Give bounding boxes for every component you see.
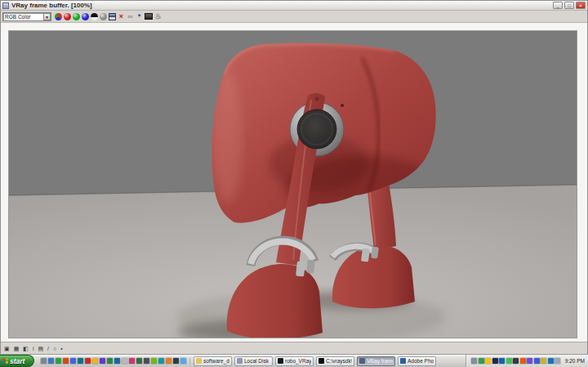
vfb-statusbar: ▣▦◧i▤/○▪	[1, 342, 587, 355]
taskbar-item-vray-frame-buffer[interactable]: VRay frame buff...	[357, 356, 395, 366]
region-render-button[interactable]	[145, 13, 153, 20]
tray-icon-8[interactable]	[520, 358, 526, 364]
task-icon	[359, 358, 365, 364]
vfb-toolbar: RGB Color ▼ ×∞*♨	[1, 11, 587, 23]
blue-channel-button[interactable]	[82, 13, 89, 20]
tray-icon-1[interactable]	[471, 358, 477, 364]
window-controls: _ □ ×	[553, 2, 586, 9]
maximize-button[interactable]: □	[564, 2, 574, 9]
body-screw	[341, 104, 344, 107]
taskbar-clock: 9:20 PM	[565, 358, 585, 365]
task-icon	[318, 358, 324, 364]
quick-launch-icon-18[interactable]	[166, 358, 172, 364]
channel-dropdown-value: RGB Color	[3, 13, 43, 20]
taskbar-item-console[interactable]: C:\vraysdk\bin\v...	[316, 356, 354, 366]
levels-button[interactable]: ▤	[38, 346, 43, 352]
quick-launch-icon-6[interactable]	[78, 358, 83, 364]
flag-cell-1	[2, 358, 5, 360]
chevron-down-icon[interactable]: ▼	[43, 13, 51, 20]
render-last-button[interactable]: ♨	[154, 12, 162, 20]
flag-cell-3	[2, 361, 5, 364]
tray-icon-13[interactable]	[555, 358, 560, 364]
curves-button[interactable]: /	[47, 346, 49, 352]
quick-launch-icon-19[interactable]	[173, 358, 179, 364]
quick-launch-icon-2[interactable]	[48, 358, 54, 364]
windows-flag-icon	[2, 358, 8, 365]
quick-launch-icon-17[interactable]	[158, 358, 164, 364]
tray-icon-4[interactable]	[492, 358, 498, 364]
tray-icon-9[interactable]	[527, 358, 532, 364]
tray-icon-6[interactable]	[506, 358, 512, 364]
exposure-button[interactable]: ○	[53, 346, 56, 352]
track-mouse-button[interactable]: *	[136, 12, 143, 20]
taskbar-item-local-disk-c[interactable]: Local Disk (C:)	[234, 356, 273, 366]
alpha-channel-button[interactable]	[91, 13, 98, 20]
quick-launch-icon-12[interactable]	[122, 358, 127, 364]
toolbar-buttons: ×∞*♨	[55, 12, 162, 20]
window-title: VRay frame buffer. [100%]	[11, 2, 92, 10]
pixel-info-button[interactable]: i	[33, 346, 34, 352]
quick-launch-icon-8[interactable]	[92, 358, 98, 364]
task-icon	[400, 358, 406, 364]
quick-launch-icon-5[interactable]	[70, 358, 76, 364]
taskbar-buttons: software_develo... Local Disk (C:) robo_…	[194, 356, 436, 366]
vray-frame-buffer-window: VRay frame buffer. [100%] _ □ × RGB Colo…	[0, 0, 588, 354]
quick-launch-icon-4[interactable]	[63, 358, 69, 364]
tray-icon-5[interactable]	[499, 358, 505, 364]
quick-launch-icon-20[interactable]	[180, 358, 186, 364]
tray-icon-10[interactable]	[534, 358, 540, 364]
flag-cell-2	[6, 358, 8, 360]
task-icon	[196, 358, 202, 364]
tray-icon-3[interactable]	[485, 358, 491, 364]
stamp-button[interactable]: ▣	[4, 346, 10, 352]
green-channel-button[interactable]	[73, 13, 80, 20]
quick-launch-icon-16[interactable]	[151, 358, 157, 364]
quick-launch-icon-14[interactable]	[136, 358, 142, 364]
monochrome-channel-button[interactable]	[100, 13, 107, 20]
system-tray: 9:20 PM	[466, 355, 588, 367]
rgb-color-sphere-button[interactable]	[55, 13, 62, 20]
quick-launch-icon-1[interactable]	[41, 358, 47, 364]
force-clamp-button[interactable]: ◧	[23, 346, 29, 352]
white-balance-button[interactable]: ▪	[60, 346, 62, 352]
save-image-button[interactable]	[109, 13, 116, 20]
tray-icon-2[interactable]	[479, 358, 484, 364]
taskbar-item-adobe-photoshop[interactable]: Adobe Photoshop ...	[398, 356, 436, 366]
task-icon	[237, 358, 243, 364]
duplicate-to-host-button[interactable]: ∞	[127, 12, 134, 20]
taskbar: start software_develo... Local Disk (C:)…	[0, 354, 588, 367]
show-corrections-button[interactable]: ▦	[14, 346, 20, 352]
render-image	[9, 31, 577, 338]
leg-screw	[315, 97, 319, 101]
quick-launch-icon-10[interactable]	[107, 358, 113, 364]
titlebar: VRay frame buffer. [100%] _ □ ×	[1, 1, 587, 11]
task-icon	[278, 358, 283, 364]
quick-launch-icon-15[interactable]	[144, 358, 149, 364]
render-frame	[8, 30, 577, 338]
tray-icons	[471, 358, 560, 364]
desktop: VRay frame buffer. [100%] _ □ × RGB Colo…	[0, 0, 588, 367]
window-icon	[2, 2, 9, 9]
tray-icon-12[interactable]	[548, 358, 554, 364]
clear-image-button[interactable]: ×	[118, 12, 125, 20]
tray-icon-11[interactable]	[541, 358, 546, 364]
hub-dark-disc	[297, 110, 336, 149]
minimize-button[interactable]: _	[553, 2, 563, 9]
flag-cell-4	[6, 361, 8, 364]
quick-launch-bar	[38, 358, 190, 364]
start-button[interactable]: start	[0, 355, 34, 367]
tray-icon-7[interactable]	[513, 358, 519, 364]
taskbar-item-robo-vray-3dm[interactable]: robo_VRay.3dm ...	[275, 356, 314, 366]
close-button[interactable]: ×	[576, 2, 586, 9]
vfb-content-area	[1, 23, 587, 342]
quick-launch-icon-3[interactable]	[56, 358, 61, 364]
taskbar-item-software-develo[interactable]: software_develo...	[194, 356, 232, 366]
channel-dropdown[interactable]: RGB Color ▼	[2, 12, 51, 21]
start-button-label: start	[10, 357, 24, 365]
quick-launch-icon-7[interactable]	[85, 358, 91, 364]
quick-launch-icon-9[interactable]	[100, 358, 105, 364]
red-channel-button[interactable]	[64, 13, 71, 20]
quick-launch-icon-11[interactable]	[114, 358, 120, 364]
quick-launch-icon-13[interactable]	[129, 358, 135, 364]
